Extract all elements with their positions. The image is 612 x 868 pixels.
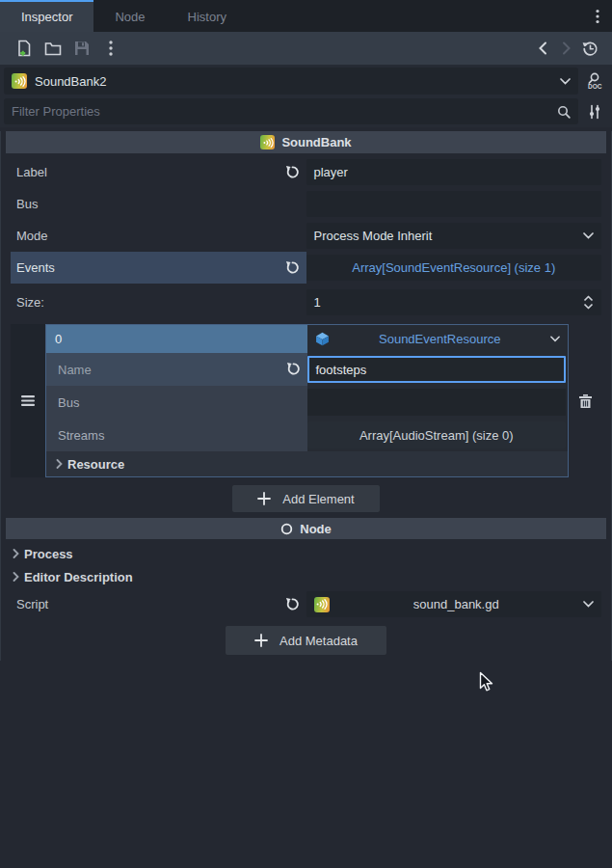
name-property-label: Name (58, 363, 286, 377)
filter-strip: Filter Properties (0, 96, 612, 127)
filter-placeholder: Filter Properties (12, 104, 557, 119)
edited-object-dropdown[interactable]: SoundBank2 (4, 68, 578, 95)
resource-options-button[interactable] (96, 35, 125, 62)
revert-icon[interactable] (286, 362, 302, 377)
element-index-cell[interactable]: 0 (46, 325, 307, 353)
element-index-label: 0 (55, 332, 62, 346)
inspector-toolbar (0, 32, 612, 65)
mode-property-name: Mode (16, 229, 301, 243)
label-property-name-cell[interactable]: Label (11, 156, 306, 188)
streams-array-button[interactable]: Array[AudioStream] (size 0) (307, 421, 567, 448)
element-row-bus: Bus (46, 386, 568, 419)
drag-handle-icon (21, 395, 35, 406)
script-property-name: Script (16, 597, 285, 611)
soundbank-resource-icon (12, 73, 27, 89)
tune-sliders-icon (588, 104, 601, 120)
element-panel: 0 SoundEventResource (45, 324, 569, 477)
mode-dropdown[interactable]: Process Mode Inherit (306, 223, 602, 249)
script-dropdown[interactable]: sound_bank.gd (306, 591, 602, 617)
tab-history-label: History (188, 10, 226, 24)
element-streams-label: Streams (58, 428, 302, 443)
size-spinbox[interactable]: 1 (306, 289, 602, 315)
events-property-name-cell[interactable]: Events (11, 252, 306, 284)
load-resource-button[interactable] (39, 35, 67, 62)
edited-object-name: SoundBank2 (35, 74, 560, 89)
revert-icon[interactable] (285, 597, 301, 612)
script-property-name-cell[interactable]: Script (11, 588, 306, 620)
element-streams-cell[interactable]: Streams (46, 419, 307, 451)
object-history-button[interactable] (578, 35, 602, 62)
bus-value-input[interactable] (306, 191, 602, 217)
streams-array-text: Array[AudioStream] (size 0) (359, 428, 514, 443)
category-node[interactable]: Node (6, 518, 606, 539)
category-soundbank[interactable]: SoundBank (6, 131, 606, 153)
chevron-right-icon (562, 41, 572, 55)
soundbank-properties: Label player Bus Mode (1, 153, 611, 518)
tab-menu-icon[interactable] (583, 0, 612, 32)
element-bus-label: Bus (58, 395, 302, 410)
property-row-bus: Bus (1, 188, 611, 220)
chevron-left-icon (538, 41, 547, 55)
element-delete-button[interactable] (569, 324, 601, 477)
search-icon (557, 105, 571, 119)
tab-node[interactable]: Node (93, 0, 166, 32)
property-tools-button[interactable] (578, 104, 610, 120)
events-array-text: Array[SoundEventResource] (size 1) (352, 260, 555, 275)
tab-inspector-label: Inspector (21, 10, 72, 24)
bus-property-name: Bus (16, 197, 301, 211)
inspector-content: SoundBank Label player Bus (0, 131, 612, 661)
element-row-streams: Streams Array[AudioStream] (size 0) (46, 419, 568, 451)
property-row-label: Label player (1, 156, 611, 188)
element-bus-cell[interactable]: Bus (46, 386, 307, 419)
trash-icon (578, 393, 593, 409)
open-docs-button[interactable]: DOC (578, 72, 610, 90)
expand-arrow-icon (13, 572, 19, 582)
name-property-cell[interactable]: Name (46, 353, 307, 386)
name-value-input[interactable]: footsteps (307, 356, 567, 383)
revert-icon[interactable] (285, 165, 301, 180)
object-selector-strip: SoundBank2 DOC (0, 65, 612, 96)
add-metadata-label: Add Metadata (279, 634, 358, 648)
name-value-text: footsteps (316, 363, 367, 377)
script-resource-icon (314, 597, 330, 612)
vertical-dots-icon (109, 40, 113, 57)
revert-icon[interactable] (285, 260, 301, 276)
category-node-title: Node (300, 522, 332, 536)
events-array-button[interactable]: Array[SoundEventResource] (size 1) (306, 255, 602, 281)
history-forward-button[interactable] (554, 35, 578, 62)
plus-icon (254, 634, 268, 647)
size-label-cell: Size: (11, 286, 306, 318)
add-element-button[interactable]: Add Element (232, 485, 379, 512)
script-file-name: sound_bank.gd (330, 597, 584, 611)
add-metadata-button[interactable]: Add Metadata (226, 626, 386, 655)
tab-history[interactable]: History (167, 0, 248, 32)
label-value-input[interactable]: player (306, 159, 602, 185)
element-bus-input[interactable] (307, 389, 567, 416)
resource-group-label: Resource (67, 457, 124, 472)
chevron-down-icon (560, 78, 571, 85)
history-back-button[interactable] (530, 35, 554, 62)
filter-properties-input[interactable]: Filter Properties (4, 98, 578, 124)
save-icon (74, 41, 90, 56)
expand-arrow-icon (56, 459, 63, 469)
editor-description-group-toggle[interactable]: Editor Description (1, 565, 611, 588)
add-element-row: Add Element (1, 477, 611, 518)
spin-updown-icon[interactable] (583, 295, 594, 310)
array-size-row: Size: 1 (1, 286, 611, 318)
bus-property-name-cell[interactable]: Bus (11, 188, 306, 220)
save-resource-button[interactable] (67, 35, 96, 62)
mode-selected-option: Process Mode Inherit (314, 229, 584, 243)
editor-description-group-label: Editor Description (24, 570, 133, 584)
element-drag-handle[interactable] (11, 324, 45, 477)
element-resource-picker[interactable]: SoundEventResource (307, 325, 569, 353)
new-resource-button[interactable] (10, 35, 39, 62)
process-group-toggle[interactable]: Process (1, 542, 611, 565)
mode-property-name-cell[interactable]: Mode (11, 220, 306, 252)
inspector-tab-bar: Inspector Node History (0, 0, 612, 32)
tabbar-spacer (248, 0, 583, 32)
chevron-down-icon (550, 336, 560, 342)
svg-text:DOC: DOC (588, 83, 602, 90)
tab-inspector[interactable]: Inspector (0, 0, 93, 32)
element-header: 0 SoundEventResource (46, 325, 568, 353)
resource-group-toggle[interactable]: Resource (46, 451, 568, 476)
